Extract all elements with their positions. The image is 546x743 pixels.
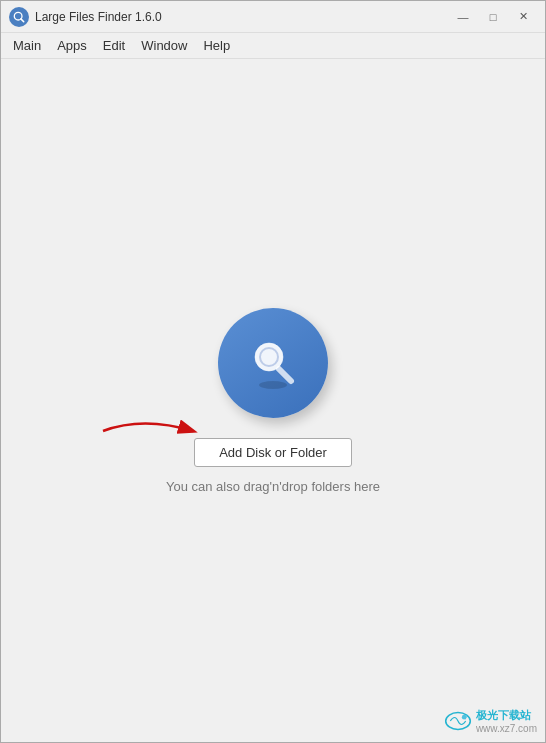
watermark-icon — [444, 711, 472, 731]
menu-main[interactable]: Main — [5, 36, 49, 55]
drag-drop-hint: You can also drag'n'drop folders here — [166, 479, 380, 494]
menu-help[interactable]: Help — [195, 36, 238, 55]
close-button[interactable]: ✕ — [509, 5, 537, 29]
menu-bar: Main Apps Edit Window Help — [1, 33, 545, 59]
maximize-button[interactable]: □ — [479, 5, 507, 29]
minimize-button[interactable]: — — [449, 5, 477, 29]
watermark-url: www.xz7.com — [476, 723, 537, 734]
title-bar: Large Files Finder 1.6.0 — □ ✕ — [1, 1, 545, 33]
svg-point-2 — [259, 381, 287, 389]
menu-window[interactable]: Window — [133, 36, 195, 55]
add-disk-button[interactable]: Add Disk or Folder — [194, 438, 352, 467]
window-title: Large Files Finder 1.6.0 — [35, 10, 449, 24]
window-controls: — □ ✕ — [449, 5, 537, 29]
svg-line-5 — [279, 369, 291, 381]
watermark-text: 极光下载站 www.xz7.com — [476, 708, 537, 734]
menu-apps[interactable]: Apps — [49, 36, 95, 55]
search-illustration — [218, 308, 328, 418]
svg-line-1 — [21, 18, 24, 21]
watermark-brand: 极光下载站 — [476, 708, 537, 723]
main-content: Add Disk or Folder You can also drag'n'd… — [1, 59, 545, 742]
menu-edit[interactable]: Edit — [95, 36, 133, 55]
app-icon — [9, 7, 29, 27]
main-window: Large Files Finder 1.6.0 — □ ✕ Main Apps… — [0, 0, 546, 743]
watermark: 极光下载站 www.xz7.com — [444, 708, 537, 734]
